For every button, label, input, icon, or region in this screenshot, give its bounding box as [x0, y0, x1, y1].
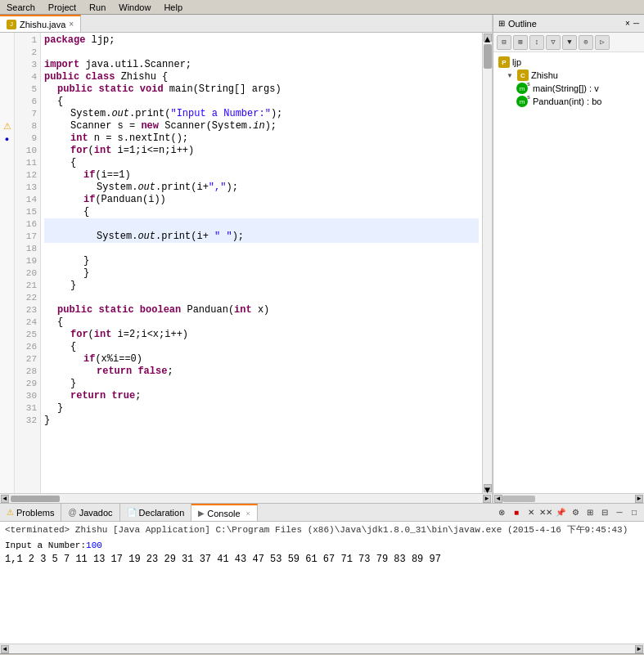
- outline-header-close[interactable]: ×: [625, 19, 630, 28]
- code-line-1: package ljp;: [44, 34, 479, 47]
- outline-main-label: main(String[]) : v: [533, 83, 599, 93]
- console-terminate-btn[interactable]: ■: [510, 506, 523, 519]
- outline-sort-btn[interactable]: ↕: [529, 35, 544, 50]
- code-line-13: System.out.print(i+",");: [44, 182, 479, 194]
- code-line-3: import java.util.Scanner;: [44, 59, 479, 71]
- scrollbar-down-btn[interactable]: ▼: [484, 484, 492, 492]
- editor-tab-zhishu[interactable]: J Zhishu.java ×: [0, 15, 81, 32]
- outline-title: Outline: [508, 19, 537, 29]
- scrollbar-up-btn[interactable]: ▲: [484, 34, 492, 42]
- code-line-31: }: [44, 402, 479, 415]
- console-pin-btn[interactable]: 📌: [554, 506, 567, 519]
- code-line-12: if(i==1): [44, 169, 479, 182]
- console-orient-btn[interactable]: ⊟: [598, 506, 611, 519]
- outline-header-min[interactable]: ─: [633, 19, 639, 28]
- code-line-28: return false;: [44, 366, 479, 378]
- tab-console[interactable]: ▶ Console ×: [191, 504, 258, 521]
- bottom-panel: ⚠ Problems @ Javadoc 📄 Declaration ▶ Con…: [0, 503, 644, 653]
- console-input-value: 100: [86, 541, 102, 550]
- code-line-7: System.out.print("Input a Number:");: [44, 108, 479, 120]
- editor-tab-bar: J Zhishu.java ×: [0, 15, 492, 33]
- code-line-18: [44, 243, 479, 255]
- tab-javadoc[interactable]: @ Javadoc: [61, 504, 119, 521]
- console-skip-btn[interactable]: ⊗: [495, 506, 508, 519]
- console-props-btn[interactable]: ⚙: [569, 506, 582, 519]
- scrollbar-right-btn[interactable]: ►: [483, 495, 491, 503]
- method-icon-main: m: [516, 83, 528, 94]
- outline-pkg-label: ljp: [512, 57, 521, 67]
- code-line-32: }: [44, 415, 479, 427]
- method-icon-panduan: m: [516, 96, 528, 107]
- outline-link-btn[interactable]: ⊙: [579, 35, 593, 50]
- console-hscrollbar[interactable]: ◄ ►: [0, 644, 644, 653]
- tab-problems-label: Problems: [16, 508, 54, 518]
- code-line-4: public class Zhishu {: [44, 71, 479, 83]
- code-line-5: public static void main(String[] args): [44, 83, 479, 96]
- outline-toolbar: ⊟ ⊞ ↕ ▽ ▼ ⊙ ▷: [493, 33, 644, 52]
- menu-search[interactable]: Search: [3, 2, 38, 13]
- code-line-22: [44, 292, 479, 304]
- main-layout: J Zhishu.java × ⚠ ●: [0, 15, 644, 503]
- console-output-line2: 1,1 2 3 5 7 11 13 17 19 23 29 31 37 41 4…: [5, 553, 639, 566]
- outline-header: ⊞ Outline × ─: [493, 15, 644, 33]
- editor-pane: J Zhishu.java × ⚠ ●: [0, 15, 493, 503]
- code-line-19: }: [44, 255, 479, 267]
- tab-declaration-label: Declaration: [139, 508, 185, 518]
- tab-declaration[interactable]: 📄 Declaration: [120, 504, 192, 521]
- editor-tab-label: Zhishu.java: [20, 20, 65, 29]
- warning-marker-8: ⚠: [0, 120, 14, 132]
- console-input-prompt: Input a Number:: [5, 541, 86, 550]
- console-output-area[interactable]: <terminated> Zhishu [Java Application] C…: [0, 522, 644, 644]
- menu-project[interactable]: Project: [45, 2, 79, 13]
- code-line-16: [44, 218, 479, 231]
- code-editor[interactable]: package ljp; import java.util.Scanner; p…: [41, 33, 482, 493]
- outline-icon: ⊞: [498, 19, 505, 28]
- gutter-markers: ⚠ ●: [0, 33, 15, 493]
- outline-item-panduan[interactable]: m s Panduan(int) : bo: [497, 95, 641, 108]
- class-icon: C: [517, 70, 529, 81]
- package-icon: P: [498, 56, 510, 68]
- outline-item-class[interactable]: ▼ C Zhishu: [497, 69, 641, 82]
- code-line-25: for(int i=2;i<x;i++): [44, 329, 479, 341]
- menu-help[interactable]: Help: [160, 2, 186, 13]
- tab-problems[interactable]: ⚠ Problems: [0, 504, 61, 521]
- bp-marker-9: ●: [0, 132, 14, 145]
- console-tab-close[interactable]: ×: [246, 509, 250, 518]
- outline-filter-btn1[interactable]: ▽: [546, 35, 561, 50]
- console-min-btn[interactable]: ─: [613, 506, 626, 519]
- outline-expand-all-btn[interactable]: ⊞: [513, 35, 528, 50]
- declaration-icon: 📄: [127, 508, 137, 517]
- outline-item-main[interactable]: m s main(String[]) : v: [497, 82, 641, 95]
- tab-close-button[interactable]: ×: [69, 20, 74, 29]
- console-remove-btn[interactable]: ✕: [525, 506, 538, 519]
- scrollbar-left-btn[interactable]: ◄: [1, 495, 9, 503]
- code-line-27: if(x%i==0): [44, 353, 479, 366]
- line-numbers: 1 2 3 4 5 6 7 8 9 10 11 12 13 14 15 16 1: [15, 33, 41, 493]
- outline-item-package[interactable]: P ljp: [497, 56, 641, 69]
- javadoc-icon: @: [68, 508, 76, 517]
- code-line-9: int n = s.nextInt();: [44, 132, 479, 145]
- code-line-30: return true;: [44, 390, 479, 402]
- editor-vscrollbar[interactable]: ▲ ▼: [482, 33, 492, 493]
- outline-panduan-label: Panduan(int) : bo: [533, 96, 601, 106]
- scrollbar-thumb[interactable]: [484, 44, 492, 69]
- menu-window[interactable]: Window: [115, 2, 154, 13]
- code-line-2: [44, 47, 479, 59]
- console-view-btn[interactable]: ⊞: [583, 506, 597, 519]
- outline-filter-btn2[interactable]: ▼: [562, 35, 577, 50]
- outline-collapse-all-btn[interactable]: ⊟: [497, 35, 511, 50]
- outline-hthumb[interactable]: [502, 496, 535, 502]
- outline-hscrollbar[interactable]: ◄ ►: [493, 493, 644, 503]
- editor-hscrollbar[interactable]: ◄ ►: [0, 493, 492, 503]
- hscrollbar-thumb[interactable]: [11, 496, 60, 502]
- java-file-icon: J: [7, 20, 16, 29]
- code-line-20: }: [44, 267, 479, 280]
- outline-more-btn[interactable]: ▷: [595, 35, 610, 50]
- console-icon: ▶: [198, 509, 205, 518]
- console-max-btn[interactable]: □: [628, 506, 641, 519]
- problems-icon: ⚠: [7, 508, 14, 517]
- console-removeall-btn[interactable]: ✕✕: [539, 506, 552, 519]
- menu-run[interactable]: Run: [86, 2, 109, 13]
- tab-console-label: Console: [207, 509, 240, 518]
- outline-class-label: Zhishu: [531, 70, 558, 80]
